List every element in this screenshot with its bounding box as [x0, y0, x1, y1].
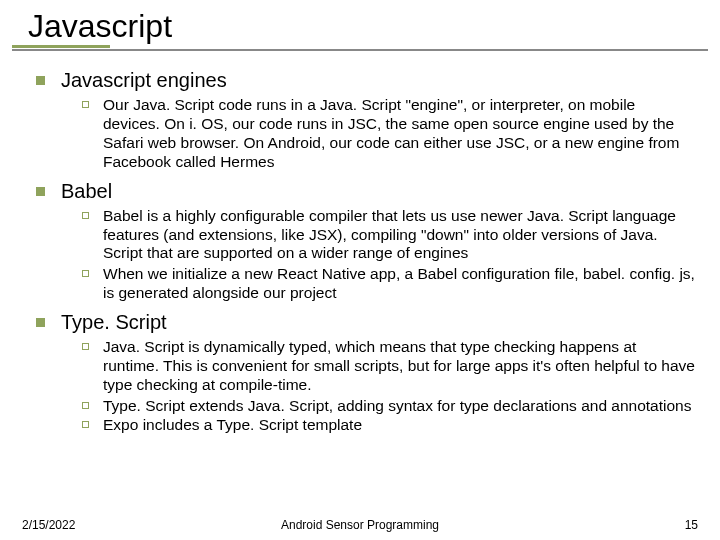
bullet-outline-icon	[82, 212, 89, 219]
list-item: When we initialize a new React Native ap…	[36, 265, 696, 303]
list-item: Babel is a highly configurable compiler …	[36, 207, 696, 264]
content-area: Javascript engines Our Java. Script code…	[0, 51, 720, 435]
sub-list: Babel is a highly configurable compiler …	[36, 207, 696, 304]
bullet-outline-icon	[82, 343, 89, 350]
bullet-square-icon	[36, 318, 45, 327]
bullet-outline-icon	[82, 402, 89, 409]
section-heading: Babel	[61, 180, 112, 203]
section-heading-row: Type. Script	[36, 311, 696, 334]
slide-title: Javascript	[28, 8, 720, 45]
list-item-text: Babel is a highly configurable compiler …	[103, 207, 696, 264]
bullet-outline-icon	[82, 270, 89, 277]
title-accent-bar	[12, 45, 110, 48]
section-js-engines: Javascript engines Our Java. Script code…	[36, 69, 696, 172]
list-item-text: Our Java. Script code runs in a Java. Sc…	[103, 96, 696, 172]
section-heading: Javascript engines	[61, 69, 227, 92]
bullet-outline-icon	[82, 101, 89, 108]
list-item: Java. Script is dynamically typed, which…	[36, 338, 696, 395]
list-item-text: Java. Script is dynamically typed, which…	[103, 338, 696, 395]
title-area: Javascript	[0, 0, 720, 45]
section-heading-row: Javascript engines	[36, 69, 696, 92]
bullet-outline-icon	[82, 421, 89, 428]
list-item: Expo includes a Type. Script template	[36, 416, 696, 435]
section-typescript: Type. Script Java. Script is dynamically…	[36, 311, 696, 435]
bullet-square-icon	[36, 76, 45, 85]
section-heading-row: Babel	[36, 180, 696, 203]
sub-list: Our Java. Script code runs in a Java. Sc…	[36, 96, 696, 172]
list-item-text: When we initialize a new React Native ap…	[103, 265, 696, 303]
list-item-text: Type. Script extends Java. Script, addin…	[103, 397, 691, 416]
section-heading: Type. Script	[61, 311, 167, 334]
section-babel: Babel Babel is a highly configurable com…	[36, 180, 696, 304]
bullet-square-icon	[36, 187, 45, 196]
list-item-text: Expo includes a Type. Script template	[103, 416, 362, 435]
footer: 2/15/2022 Android Sensor Programming 15	[0, 518, 720, 532]
list-item: Our Java. Script code runs in a Java. Sc…	[36, 96, 696, 172]
sub-list: Java. Script is dynamically typed, which…	[36, 338, 696, 435]
footer-title: Android Sensor Programming	[0, 518, 720, 532]
slide: Javascript Javascript engines Our Java. …	[0, 0, 720, 540]
list-item: Type. Script extends Java. Script, addin…	[36, 397, 696, 416]
